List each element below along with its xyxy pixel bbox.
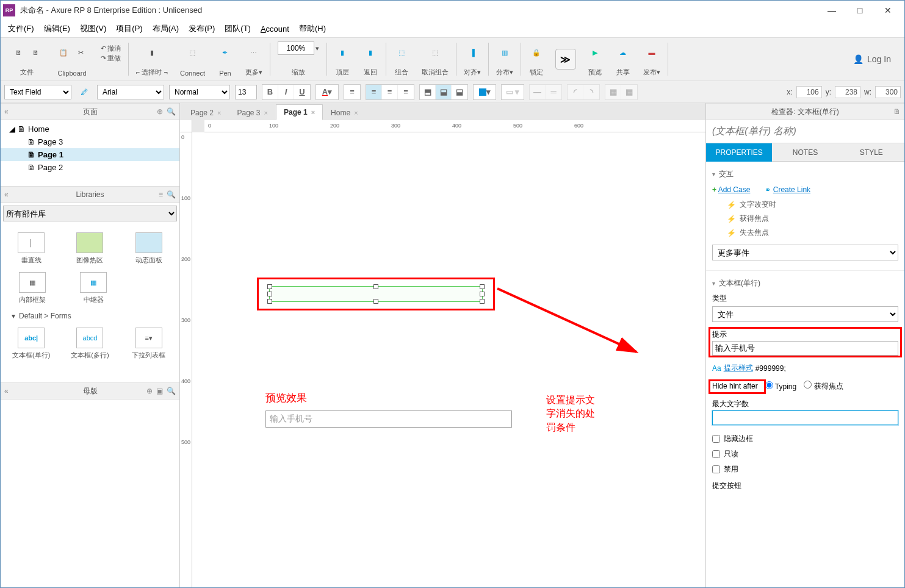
collapse-lib-icon[interactable]: « (4, 190, 9, 199)
event-blur[interactable]: ⚡失去焦点 (712, 226, 898, 240)
more-events-select[interactable]: 更多事件 (712, 245, 898, 260)
maximize-button[interactable]: □ (846, 2, 874, 19)
tb-clipboard[interactable]: 📋✂Clipboard (49, 39, 95, 79)
close-tab-icon[interactable]: × (354, 109, 358, 117)
tb-distribute[interactable]: ▥分布▾ (490, 39, 519, 79)
menu-file[interactable]: 文件(F) (8, 23, 34, 34)
toolbar-overflow-button[interactable]: ≫ (555, 49, 576, 70)
textcolor-button[interactable]: A ▾ (316, 85, 338, 99)
tab-style[interactable]: STYLE (838, 143, 904, 162)
event-textchange[interactable]: ⚡文字改变时 (712, 198, 898, 212)
menu-account[interactable]: Account (261, 24, 289, 34)
login-button[interactable]: 👤Log In (853, 54, 891, 64)
tb-file[interactable]: 🗎🗎文件 (4, 39, 49, 79)
tb-connect[interactable]: ⬚Connect (174, 39, 211, 79)
canvas[interactable]: 预览效果 输入手机号 设置提示文字消失的处罚条件 (192, 132, 705, 587)
tree-page2[interactable]: 🗎Page 2 (1, 161, 179, 174)
maxchars-input[interactable] (712, 411, 898, 425)
fillcolor-button[interactable]: ▾ (474, 85, 496, 99)
interactions-header[interactable]: 交互 (712, 167, 898, 182)
bordercolor-button[interactable]: ▭ ▾ (502, 85, 524, 99)
add-case-link[interactable]: + Add Case (712, 185, 750, 194)
borderstyle-button[interactable]: ═ (546, 85, 561, 99)
tb-share[interactable]: ☁共享 (609, 39, 637, 79)
menu-edit[interactable]: 编辑(E) (44, 23, 70, 34)
corner-button[interactable]: ◜ (568, 85, 583, 99)
minimize-button[interactable]: — (818, 2, 846, 19)
bold-button[interactable]: B (262, 85, 278, 99)
shadow-button[interactable]: ▦ (605, 85, 621, 99)
menu-help[interactable]: 帮助(H) (299, 23, 326, 34)
zoom-input[interactable] (278, 41, 314, 55)
add-master-icon[interactable]: ⊕ (146, 387, 153, 395)
tab-notes[interactable]: NOTES (772, 143, 838, 162)
shadow2-button[interactable]: ▦ (621, 85, 637, 99)
undo-button[interactable]: ↶撤消 (101, 44, 121, 53)
coord-y[interactable]: 238 (835, 86, 860, 98)
lib-menu-icon[interactable]: ≡ (159, 190, 163, 199)
align-left-button[interactable]: ≡ (366, 85, 382, 99)
add-folder-icon[interactable]: ▣ (156, 387, 163, 395)
menu-team[interactable]: 团队(T) (225, 23, 251, 34)
lib-textarea[interactable]: abcd文本框(多行) (67, 328, 113, 360)
coord-w[interactable]: 300 (875, 86, 901, 98)
widget-name-input[interactable]: (文本框(单行) 名称) (706, 120, 904, 143)
library-select[interactable]: 所有部件库 (3, 206, 177, 221)
tree-home[interactable]: ◢🗎Home (1, 123, 179, 135)
hint-style-link[interactable]: 提示样式 (724, 363, 753, 373)
tb-back[interactable]: ▮返回 (356, 39, 384, 79)
font-select[interactable]: Arial (97, 85, 164, 99)
tb-align[interactable]: ▐对齐▾ (458, 39, 487, 79)
inspector-page-icon[interactable]: 🗎 (893, 107, 901, 116)
tree-page3[interactable]: 🗎Page 3 (1, 135, 179, 148)
tab-page3[interactable]: Page 3× (229, 105, 275, 120)
lib-dynamic[interactable]: 动态面板 (126, 232, 172, 265)
tb-pen[interactable]: ✒Pen (211, 39, 239, 79)
coord-x[interactable]: 106 (796, 86, 822, 98)
hideborder-checkbox[interactable]: 隐藏边框 (712, 431, 898, 446)
lib-section-forms[interactable]: ▾ Default > Forms (5, 308, 175, 324)
disabled-checkbox[interactable]: 禁用 (712, 462, 898, 477)
styleedit-icon[interactable]: 🖉 (76, 84, 92, 100)
align-center-button[interactable]: ≡ (382, 85, 398, 99)
fontsize-input[interactable] (235, 85, 257, 99)
close-tab-icon[interactable]: × (217, 109, 221, 117)
borderwidth-button[interactable]: — (530, 85, 546, 99)
italic-button[interactable]: I (278, 85, 294, 99)
menu-publish[interactable]: 发布(P) (189, 23, 215, 34)
close-tab-icon[interactable]: × (264, 109, 268, 117)
tree-page1[interactable]: 🗎Page 1 (1, 148, 179, 161)
tb-front[interactable]: ▮顶层 (328, 39, 356, 79)
menu-view[interactable]: 视图(V) (80, 23, 106, 34)
valign-bot-button[interactable]: ⬓ (452, 85, 467, 99)
lib-search-icon[interactable]: 🔍 (167, 190, 176, 199)
add-page-icon[interactable]: ⊕ (157, 107, 163, 116)
tb-publish[interactable]: ▬发布▾ (637, 39, 666, 79)
tb-group[interactable]: ⬚组合 (388, 39, 416, 79)
tab-home[interactable]: Home× (323, 105, 366, 120)
search-icon[interactable]: 🔍 (167, 107, 176, 116)
lib-hotspot[interactable]: 图像热区 (67, 232, 113, 265)
tab-page2[interactable]: Page 2× (182, 105, 229, 120)
lib-vline[interactable]: │垂直线 (8, 232, 54, 265)
tb-lock[interactable]: 🔒锁定 (522, 39, 550, 79)
valign-top-button[interactable]: ⬒ (420, 85, 436, 99)
corner2-button[interactable]: ◝ (583, 85, 599, 99)
widget-section-header[interactable]: 文本框(单行) (712, 276, 898, 291)
readonly-checkbox[interactable]: 只读 (712, 446, 898, 462)
tab-page1[interactable]: Page 1× (276, 104, 323, 120)
linespace-button[interactable]: ≡ (344, 85, 360, 99)
event-focus[interactable]: ⚡获得焦点 (712, 212, 898, 226)
close-button[interactable]: ✕ (874, 2, 902, 19)
close-tab-icon[interactable]: × (311, 109, 315, 116)
tb-more[interactable]: ⋯更多▾ (239, 39, 269, 79)
lib-repeater[interactable]: ▦中继器 (69, 272, 118, 304)
tb-preview[interactable]: ▶预览 (581, 39, 609, 79)
weight-select[interactable]: Normal (169, 85, 230, 99)
tb-ungroup[interactable]: ⬚取消组合 (416, 39, 455, 79)
selected-widget-textfield[interactable] (269, 286, 483, 302)
tb-select[interactable]: ▮⌐ 选择时 ¬ (130, 39, 174, 79)
collapse-master-icon[interactable]: « (4, 387, 9, 395)
create-link-link[interactable]: ⚭ Create Link (765, 185, 810, 194)
menu-project[interactable]: 项目(P) (116, 23, 142, 34)
